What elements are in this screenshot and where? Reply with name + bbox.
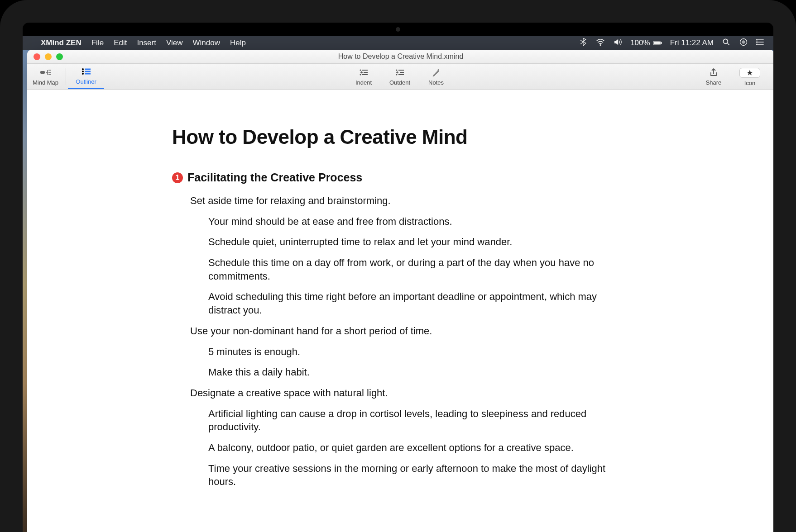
- toolbar-divider: [66, 68, 66, 85]
- menu-help[interactable]: Help: [230, 38, 246, 48]
- indent-icon: [359, 67, 368, 77]
- svg-rect-16: [85, 73, 91, 74]
- volume-icon[interactable]: [613, 38, 622, 49]
- outliner-label: Outliner: [76, 78, 96, 85]
- share-button[interactable]: Share: [695, 64, 732, 89]
- svg-rect-26: [398, 74, 404, 75]
- menubar-right: 100% Fri 11:22 AM: [579, 38, 765, 49]
- icon-button[interactable]: Icon: [732, 64, 768, 89]
- toolbar: Mind Map Outliner Indent Outdent: [27, 64, 773, 90]
- svg-point-6: [742, 40, 745, 43]
- outline-item[interactable]: Use your non-dominant hand for a short p…: [190, 324, 611, 338]
- outdent-button[interactable]: Outdent: [382, 64, 418, 89]
- wifi-icon[interactable]: [596, 38, 605, 49]
- notes-icon: [432, 67, 440, 77]
- battery-status[interactable]: 100%: [630, 38, 662, 48]
- outline-subitem[interactable]: Avoid scheduling this time right before …: [208, 290, 611, 317]
- outliner-tab[interactable]: Outliner: [68, 64, 104, 89]
- svg-rect-21: [362, 74, 368, 75]
- window-controls: [34, 53, 63, 60]
- outliner-icon: [82, 66, 91, 76]
- menu-edit[interactable]: Edit: [114, 38, 127, 48]
- svg-point-0: [600, 44, 601, 46]
- section-title: Facilitating the Creative Process: [187, 171, 362, 184]
- svg-point-4: [723, 39, 728, 43]
- svg-point-20: [360, 74, 361, 75]
- svg-rect-15: [85, 71, 91, 72]
- outline-subitem[interactable]: Time your creative sessions in the morni…: [208, 462, 611, 489]
- star-icon: [739, 68, 760, 78]
- outline-subitem[interactable]: Artificial lighting can cause a drop in …: [208, 407, 611, 434]
- notes-button[interactable]: Notes: [418, 64, 454, 89]
- share-label: Share: [706, 79, 722, 86]
- mindmap-tab[interactable]: Mind Map: [27, 64, 64, 89]
- menubar-app-name[interactable]: XMind ZEN: [41, 38, 82, 48]
- camera-icon: [396, 27, 400, 32]
- svg-point-8: [756, 41, 758, 43]
- menubar-clock[interactable]: Fri 11:22 AM: [670, 38, 714, 48]
- zoom-button[interactable]: [56, 53, 63, 60]
- app-window: How to Develop a Creative Mind.xmind Min…: [27, 50, 773, 532]
- spotlight-icon[interactable]: [722, 38, 731, 49]
- mindmap-icon: [39, 67, 52, 77]
- bluetooth-icon[interactable]: [579, 38, 588, 49]
- icon-label: Icon: [744, 80, 756, 86]
- svg-point-12: [82, 71, 84, 72]
- outline-subitem[interactable]: 5 minutes is enough.: [208, 345, 611, 359]
- close-button[interactable]: [34, 53, 40, 60]
- window-title: How to Develop a Creative Mind.xmind: [27, 52, 773, 61]
- outline-subitem[interactable]: Your mind should be at ease and free fro…: [208, 215, 611, 228]
- window-titlebar[interactable]: How to Develop a Creative Mind.xmind: [27, 50, 773, 64]
- outline-item[interactable]: Set aside time for relaxing and brainsto…: [190, 194, 611, 208]
- share-icon: [710, 67, 718, 77]
- outline-subitem[interactable]: Schedule this time on a day off from wor…: [208, 256, 611, 283]
- svg-point-9: [756, 43, 758, 45]
- outline-subitem[interactable]: Schedule quiet, uninterrupted time to re…: [208, 235, 611, 249]
- svg-rect-3: [661, 42, 662, 44]
- desktop: XMind ZEN File Edit Insert View Window H…: [23, 36, 773, 532]
- svg-rect-18: [362, 70, 368, 71]
- outline-subitem[interactable]: A balcony, outdoor patio, or quiet garde…: [208, 441, 611, 455]
- outdent-icon: [395, 67, 404, 77]
- svg-point-7: [756, 39, 758, 40]
- svg-point-25: [396, 74, 398, 75]
- svg-point-22: [396, 69, 398, 71]
- svg-rect-10: [40, 71, 45, 74]
- macos-menubar: XMind ZEN File Edit Insert View Window H…: [23, 36, 773, 50]
- svg-rect-2: [654, 42, 660, 44]
- screen-bezel: XMind ZEN File Edit Insert View Window H…: [23, 23, 773, 532]
- svg-rect-14: [85, 69, 91, 70]
- outline-subitem[interactable]: Make this a daily habit.: [208, 366, 611, 379]
- battery-percent: 100%: [630, 38, 650, 48]
- document-title[interactable]: How to Develop a Creative Mind: [172, 126, 611, 148]
- siri-icon[interactable]: [739, 38, 748, 49]
- svg-rect-23: [398, 70, 404, 71]
- indent-label: Indent: [355, 79, 372, 86]
- outdent-label: Outdent: [389, 79, 410, 86]
- svg-point-11: [82, 68, 84, 70]
- menubar-left: XMind ZEN File Edit Insert View Window H…: [31, 38, 246, 48]
- indent-button[interactable]: Indent: [345, 64, 382, 89]
- svg-point-13: [82, 73, 84, 75]
- notes-label: Notes: [428, 79, 444, 86]
- menu-view[interactable]: View: [166, 38, 183, 48]
- svg-point-17: [360, 69, 361, 71]
- mindmap-label: Mind Map: [33, 79, 58, 86]
- section-header[interactable]: 1 Facilitating the Creative Process: [172, 171, 611, 184]
- menu-insert[interactable]: Insert: [137, 38, 156, 48]
- menu-window[interactable]: Window: [193, 38, 220, 48]
- menu-file[interactable]: File: [91, 38, 104, 48]
- svg-rect-19: [364, 72, 368, 73]
- outline-item[interactable]: Designate a creative space with natural …: [190, 386, 611, 400]
- document-area[interactable]: How to Develop a Creative Mind 1 Facilit…: [27, 90, 773, 532]
- section-number-badge: 1: [172, 172, 183, 183]
- laptop-frame: XMind ZEN File Edit Insert View Window H…: [0, 0, 796, 532]
- notification-center-icon[interactable]: [756, 38, 765, 49]
- svg-rect-24: [400, 72, 404, 73]
- minimize-button[interactable]: [45, 53, 52, 60]
